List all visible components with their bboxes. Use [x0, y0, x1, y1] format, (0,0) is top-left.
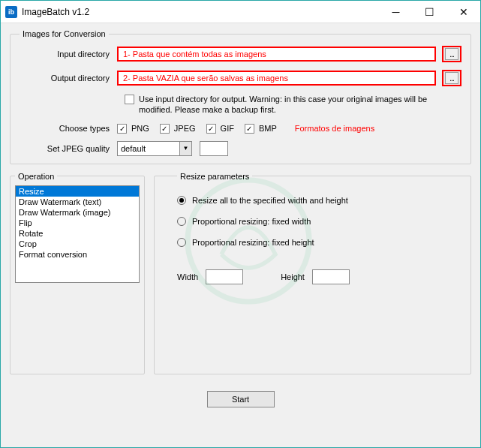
list-item[interactable]: Rotate — [16, 228, 139, 239]
start-button[interactable]: Start — [207, 391, 275, 407]
height-input[interactable] — [312, 269, 350, 284]
use-input-warning-text: Use input directory for output. Warning:… — [139, 94, 461, 116]
chevron-down-icon: ▼ — [179, 142, 191, 155]
list-item[interactable]: Draw Watermark (text) — [16, 197, 139, 207]
fixed-height-label: Proportional resizing: fixed height — [192, 238, 314, 247]
quality-value: default — [121, 144, 146, 153]
titlebar: ib ImageBatch v1.2 ─ ☐ ✕ — [1, 1, 480, 23]
list-item[interactable]: Flip — [16, 218, 139, 228]
use-input-for-output-checkbox[interactable] — [125, 95, 134, 104]
input-dir-label: Input directory — [20, 50, 117, 59]
output-browse-button[interactable]: ... — [442, 70, 461, 86]
width-input[interactable] — [206, 269, 243, 284]
ellipsis-icon: ... — [445, 48, 458, 60]
minimize-button[interactable]: ─ — [379, 1, 413, 23]
gif-label: GIF — [221, 124, 234, 133]
jpeg-label: JPEG — [174, 124, 196, 133]
png-label: PNG — [131, 124, 149, 133]
gif-checkbox[interactable] — [206, 124, 216, 134]
resize-all-label: Resize all to the specified width and he… — [192, 196, 348, 205]
resize-all-radio[interactable] — [177, 196, 186, 205]
operation-group: Operation ResizeDraw Watermark (text)Dra… — [10, 172, 145, 374]
ellipsis-icon: ... — [445, 72, 458, 84]
input-dir-field[interactable]: 1- Pasta que contém todas as imagens — [117, 47, 436, 62]
list-item[interactable]: Draw Watermark (image) — [16, 207, 139, 218]
list-item[interactable]: Resize — [16, 186, 139, 197]
bmp-label: BMP — [259, 124, 277, 133]
list-item[interactable]: Crop — [16, 239, 139, 249]
quality-select[interactable]: default ▼ — [117, 141, 192, 156]
height-label: Height — [281, 272, 305, 281]
app-window: ib ImageBatch v1.2 ─ ☐ ✕ Images for Conv… — [0, 0, 481, 448]
app-icon: ib — [5, 6, 17, 18]
quality-custom-input[interactable] — [200, 141, 228, 156]
images-conversion-group: Images for Conversion Input directory 1-… — [10, 29, 471, 164]
png-checkbox[interactable] — [117, 124, 127, 134]
close-button[interactable]: ✕ — [446, 1, 480, 23]
width-label: Width — [177, 272, 198, 281]
operation-legend: Operation — [15, 172, 57, 181]
input-browse-button[interactable]: ... — [442, 46, 461, 62]
fixed-height-radio[interactable] — [177, 238, 186, 247]
window-title: ImageBatch v1.2 — [22, 7, 379, 17]
fixed-width-label: Proportional resizing: fixed width — [192, 217, 311, 226]
types-label: Choose types — [20, 124, 117, 133]
maximize-button[interactable]: ☐ — [413, 1, 446, 23]
output-dir-field[interactable]: 2- Pasta VAZIA que serão salvas as image… — [117, 71, 436, 86]
types-annotation: Formatos de imagens — [295, 124, 374, 133]
output-dir-label: Output directory — [20, 74, 117, 83]
resize-parameters-group: Resize parameters Resize all to the spec… — [154, 172, 471, 374]
jpeg-checkbox[interactable] — [160, 124, 170, 134]
list-item[interactable]: Format conversion — [16, 249, 139, 260]
resize-legend: Resize parameters — [177, 172, 252, 181]
fixed-width-radio[interactable] — [177, 217, 186, 226]
quality-label: Set JPEG quality — [20, 144, 117, 153]
operation-listbox[interactable]: ResizeDraw Watermark (text)Draw Watermar… — [15, 185, 140, 283]
conversion-legend: Images for Conversion — [20, 29, 109, 38]
bmp-checkbox[interactable] — [245, 124, 254, 134]
